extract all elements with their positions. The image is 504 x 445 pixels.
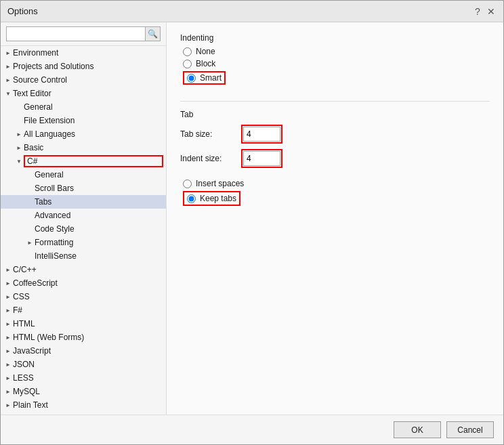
tab-size-input[interactable] [243, 127, 280, 142]
options-dialog: Options ? ✕ 🔍 ►Environment►Projects and … [0, 0, 504, 445]
arrow-intellisense [25, 251, 35, 261]
tree-item-csharp-general[interactable]: General [1, 168, 166, 182]
ok-button[interactable]: OK [394, 421, 441, 438]
help-button[interactable]: ? [472, 6, 483, 17]
arrow-plain-text: ► [3, 400, 13, 410]
left-panel: 🔍 ►Environment►Projects and Solutions►So… [1, 22, 167, 415]
tree-item-advanced[interactable]: Advanced [1, 209, 166, 222]
arrow-javascript: ► [3, 346, 13, 356]
label-css: CSS [13, 292, 163, 301]
tree-item-tabs[interactable]: Tabs [1, 195, 166, 209]
label-mysql: MySQL [13, 387, 163, 396]
label-all-languages: All Languages [24, 129, 163, 139]
search-icon[interactable]: 🔍 [146, 26, 161, 41]
tree-item-scroll-bars[interactable]: Scroll Bars [1, 182, 166, 195]
arrow-css: ► [3, 292, 13, 301]
indent-size-label: Indent size: [180, 154, 241, 163]
cancel-button[interactable]: Cancel [446, 421, 494, 438]
tree-item-javascript[interactable]: ►JavaScript [1, 344, 166, 358]
label-html: HTML [13, 319, 163, 329]
label-c-cpp: C/C++ [13, 265, 163, 274]
tree-item-all-languages[interactable]: ►All Languages [1, 127, 166, 141]
radio-block-label: Block [196, 59, 215, 68]
dialog-title: Options [7, 6, 38, 16]
arrow-html: ► [3, 319, 13, 329]
tree-item-text-editor[interactable]: ▼Text Editor [1, 87, 166, 100]
arrow-html-webforms: ► [3, 333, 13, 342]
search-input[interactable] [6, 26, 146, 41]
arrow-code-style [25, 224, 35, 234]
label-source-control: Source Control [13, 75, 163, 85]
tree-item-projects-solutions[interactable]: ►Projects and Solutions [1, 60, 166, 73]
arrow-csharp-general [25, 170, 35, 179]
label-file-extension: File Extension [24, 116, 163, 125]
tree-item-html[interactable]: ►HTML [1, 317, 166, 331]
radio-none-label: None [196, 47, 215, 56]
arrow-source-control: ► [3, 75, 13, 85]
label-intellisense: IntelliSense [35, 251, 163, 261]
radio-smart-label: Smart [200, 73, 222, 83]
tree-item-c-cpp[interactable]: ►C/C++ [1, 263, 166, 276]
close-button[interactable]: ✕ [486, 6, 497, 17]
tree-item-json[interactable]: ►JSON [1, 358, 166, 371]
radio-block[interactable] [183, 60, 192, 68]
radio-block-row: Block [183, 59, 490, 68]
indenting-section-title: Indenting [180, 33, 490, 43]
dialog-footer: OK Cancel [1, 415, 503, 444]
indent-size-input[interactable] [243, 151, 280, 166]
tree-item-formatting[interactable]: ►Formatting [1, 236, 166, 249]
indenting-radio-group: None Block Smart [180, 47, 490, 85]
tree-item-fsharp[interactable]: ►F# [1, 303, 166, 317]
right-panel: Indenting None Block Smart [167, 22, 503, 415]
tree-item-basic[interactable]: ►Basic [1, 141, 166, 154]
tree-item-source-control[interactable]: ►Source Control [1, 73, 166, 87]
tree-item-coffeescript[interactable]: ►CoffeeScript [1, 276, 166, 290]
radio-none[interactable] [183, 47, 192, 56]
label-environment: Environment [13, 48, 163, 58]
label-scroll-bars: Scroll Bars [35, 184, 163, 193]
arrow-tabs [25, 197, 35, 207]
arrow-scroll-bars [25, 184, 35, 193]
label-text-editor: Text Editor [13, 89, 163, 98]
tree-item-plain-text[interactable]: ►Plain Text [1, 398, 166, 412]
tree-item-environment[interactable]: ►Environment [1, 46, 166, 60]
radio-insert-spaces-label: Insert spaces [196, 179, 244, 188]
arrow-environment: ► [3, 48, 13, 58]
tree-item-file-extension[interactable]: File Extension [1, 114, 166, 127]
divider [180, 101, 490, 102]
spacing-row [180, 173, 490, 179]
arrow-fsharp: ► [3, 305, 13, 315]
arrow-text-editor: ▼ [3, 89, 13, 98]
tab-size-label: Tab size: [180, 129, 241, 139]
tree-item-csharp[interactable]: ▼C# [1, 154, 166, 168]
radio-smart-row: Smart [183, 71, 490, 85]
tree-item-general[interactable]: General [1, 100, 166, 114]
radio-keep-tabs-row: Keep tabs [183, 191, 490, 206]
tab-section-label: Tab [180, 110, 490, 119]
dialog-body: 🔍 ►Environment►Projects and Solutions►So… [1, 22, 503, 415]
arrow-general [14, 102, 24, 112]
label-basic: Basic [24, 143, 163, 152]
label-less: LESS [13, 373, 163, 383]
tree-item-less[interactable]: ►LESS [1, 371, 166, 385]
arrow-basic: ► [14, 143, 24, 152]
arrow-coffeescript: ► [3, 278, 13, 288]
tree-container: ►Environment►Projects and Solutions►Sour… [1, 46, 166, 415]
radio-insert-spaces-row: Insert spaces [183, 179, 490, 188]
radio-insert-spaces[interactable] [183, 179, 192, 188]
arrow-less: ► [3, 373, 13, 383]
tabs-radio-group: Insert spaces Keep tabs [180, 179, 490, 206]
radio-keep-tabs[interactable] [187, 194, 196, 203]
label-html-webforms: HTML (Web Forms) [13, 333, 163, 342]
title-bar: Options ? ✕ [1, 1, 503, 22]
tree-item-mysql[interactable]: ►MySQL [1, 385, 166, 398]
label-projects-solutions: Projects and Solutions [13, 62, 163, 71]
tree-item-css[interactable]: ►CSS [1, 290, 166, 303]
tree-item-html-webforms[interactable]: ►HTML (Web Forms) [1, 331, 166, 344]
tree-item-intellisense[interactable]: IntelliSense [1, 249, 166, 263]
arrow-c-cpp: ► [3, 265, 13, 274]
tree-item-code-style[interactable]: Code Style [1, 222, 166, 236]
arrow-mysql: ► [3, 387, 13, 396]
radio-smart[interactable] [187, 74, 196, 83]
arrow-file-extension [14, 116, 24, 125]
